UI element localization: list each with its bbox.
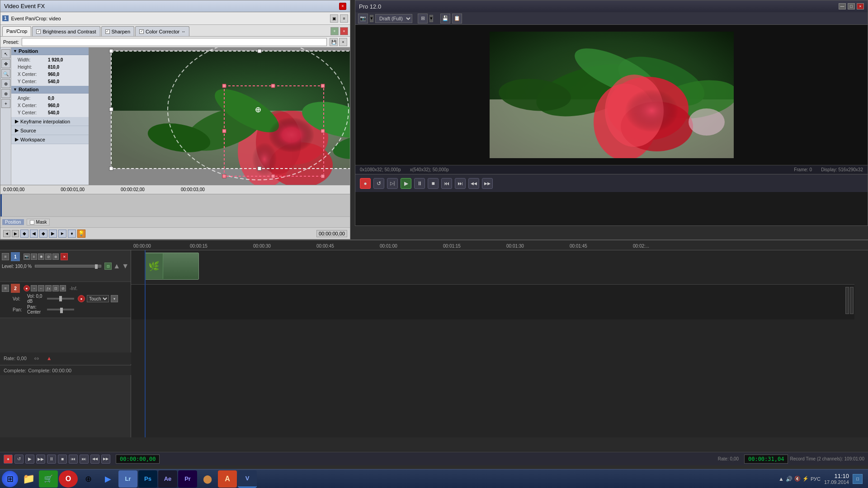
bt-play-btn[interactable]: ▶ [25, 455, 34, 464]
kf-btn-6[interactable]: ♦ [68, 230, 76, 238]
level-slider[interactable] [35, 265, 101, 267]
taskbar-opera[interactable]: O [59, 470, 78, 488]
track-eye-btn[interactable]: ⊘ [45, 253, 52, 260]
kf-btn-1[interactable]: ◆ [20, 230, 28, 238]
taskbar-media[interactable]: ▶ [99, 470, 118, 488]
track-lock-btn[interactable]: ✱ [38, 253, 44, 260]
transport-slow-fwd-btn[interactable]: ▶▶ [482, 178, 493, 189]
taskbar-store[interactable]: 🛒 [39, 470, 58, 488]
tab-sharpen-checkbox[interactable] [105, 29, 110, 34]
track-scroll-down[interactable]: ▼ [122, 262, 129, 270]
taskbar-after-effects[interactable]: Ae [158, 470, 177, 488]
bt-stop-btn[interactable]: ■ [58, 455, 67, 464]
vegas-dropdown-arrow[interactable]: ▾ [370, 15, 373, 22]
tl-prev-btn[interactable]: ◄ [3, 230, 10, 237]
transport-loop-btn[interactable]: ↺ [373, 178, 384, 189]
audio-out-btn[interactable]: ← [38, 285, 44, 291]
position-section-header[interactable]: ▼ Position [11, 47, 89, 55]
show-desktop-btn[interactable]: □ [853, 474, 863, 484]
source-section[interactable]: ▶ Source [11, 126, 89, 135]
bt-slow-back-btn[interactable]: ◀◀ [90, 455, 99, 464]
vegas-minimize-btn[interactable]: — [839, 3, 846, 9]
vegas-copy-btn[interactable]: 📋 [452, 14, 462, 23]
tab-sharpen[interactable]: Sharpen [101, 26, 135, 36]
bt-loop-btn[interactable]: ↺ [14, 455, 24, 464]
mask-checkbox[interactable] [30, 220, 34, 225]
preset-delete-icon[interactable]: × [339, 38, 347, 46]
audio-bus-btn[interactable]: ⊡ [52, 285, 59, 291]
track-delete-btn[interactable]: ✕ [61, 253, 68, 260]
taskbar-file-manager[interactable]: 📁 [19, 470, 38, 488]
bt-record-btn[interactable]: ● [4, 455, 13, 464]
taskbar-color-picker[interactable]: ⬤ [198, 470, 217, 488]
tool-select[interactable]: ↖ [1, 49, 10, 58]
vol-mode-select[interactable]: Touch [87, 295, 109, 302]
taskbar-vegas[interactable]: V [238, 470, 257, 488]
bt-play2-btn[interactable]: ▶▶ [36, 455, 45, 464]
vegas-snapshot-btn[interactable]: 💾 [440, 14, 450, 23]
taskbar-photoshop[interactable]: Ps [138, 470, 157, 488]
mask-toggle[interactable]: Mask [27, 219, 50, 225]
tool-crosshair[interactable]: ⊗ [1, 89, 10, 98]
audio-mute-btn[interactable]: ⊘ [60, 285, 66, 291]
tool-move[interactable]: ✥ [1, 59, 10, 68]
vol-menu-btn[interactable]: ▾ [111, 295, 118, 302]
vegas-grid-btn[interactable]: ⊞ [418, 14, 428, 23]
tab-add-icon[interactable]: + [330, 27, 339, 35]
taskbar-chrome[interactable]: ⊕ [79, 470, 98, 488]
tool-anchor[interactable]: ⊕ [1, 79, 10, 88]
vegas-camera-btn[interactable]: 📷 [358, 14, 368, 23]
transport-slow-back-btn[interactable]: ◀◀ [468, 178, 479, 189]
tool-zoom[interactable]: 🔍 [1, 69, 10, 78]
tab-close-icon[interactable]: × [340, 27, 348, 35]
audio-in-btn[interactable]: → [31, 285, 37, 291]
track-add-btn[interactable]: ⊕ [52, 253, 59, 260]
audio-track-expand[interactable]: ≡ [2, 285, 9, 292]
audio-rec2-btn[interactable]: ● [78, 295, 85, 302]
vol-slider[interactable] [47, 298, 74, 300]
audio-fx-btn[interactable]: ƒx [45, 285, 52, 291]
tool-add[interactable]: + [1, 99, 10, 108]
kf-btn-3[interactable]: ◆ [39, 230, 47, 238]
transport-pause-btn[interactable]: ⏸ [414, 178, 425, 189]
taskbar-lightroom[interactable]: Lr [118, 470, 137, 488]
pan-slider[interactable] [47, 309, 74, 310]
bt-pause-btn[interactable]: ⏸ [47, 455, 56, 464]
transport-next-btn[interactable]: ⏭ [455, 178, 466, 189]
preset-input[interactable] [22, 38, 327, 46]
transport-prev-btn[interactable]: ⏮ [441, 178, 452, 189]
bt-next-btn[interactable]: ⏭ [80, 455, 89, 464]
track-comp-btn[interactable]: ⊡ [104, 263, 112, 270]
start-button[interactable]: ⊞ [2, 471, 18, 487]
track-scroll-up[interactable]: ▲ [113, 262, 120, 270]
keyframe-section[interactable]: ▶ Keyframe interpolation [11, 117, 89, 126]
transport-play-from-btn[interactable]: ▷| [387, 178, 398, 189]
kf-btn-5[interactable]: ► [58, 230, 66, 238]
track-expand-btn[interactable]: ≡ [2, 253, 9, 260]
rotation-section-header[interactable]: ▼ Rotation [11, 86, 89, 94]
vegas-grid-arrow[interactable]: ▾ [429, 15, 433, 22]
track-mute-btn[interactable]: 📷 [24, 253, 30, 260]
workspace-section[interactable]: ▶ Workspace [11, 135, 89, 144]
event-icon-2[interactable]: ≡ [340, 14, 348, 23]
tab-pan-crop[interactable]: Pan/Crop [2, 26, 31, 36]
tab-bc-checkbox[interactable] [36, 29, 41, 34]
track-solo-btn[interactable]: ≡ [31, 253, 37, 260]
vegas-quality-select[interactable]: Draft (Full) [375, 14, 412, 23]
bt-prev-btn[interactable]: ⏮ [69, 455, 78, 464]
tl-play-btn[interactable]: ▶ [12, 230, 19, 237]
audio-rec-btn[interactable]: ● [24, 285, 30, 291]
taskbar-premiere[interactable]: Pr [178, 470, 197, 488]
transport-record-btn[interactable]: ● [360, 178, 371, 189]
tab-cc-checkbox[interactable] [139, 29, 144, 34]
preset-save-icon[interactable]: 💾 [330, 38, 338, 46]
video-clip[interactable]: 🌿 [145, 253, 199, 280]
transport-stop-btn[interactable]: ■ [428, 178, 439, 189]
vegas-maximize-btn[interactable]: □ [848, 3, 855, 9]
transport-play-btn[interactable]: ▶ [401, 178, 411, 189]
vefx-close-button[interactable]: × [339, 3, 346, 10]
tab-color-corrector[interactable]: Color Corrector ↔ [135, 26, 189, 36]
vegas-close-btn[interactable]: × [857, 3, 864, 9]
kf-btn-4[interactable]: ▶ [49, 230, 57, 238]
kf-btn-2[interactable]: ◀ [30, 230, 38, 238]
